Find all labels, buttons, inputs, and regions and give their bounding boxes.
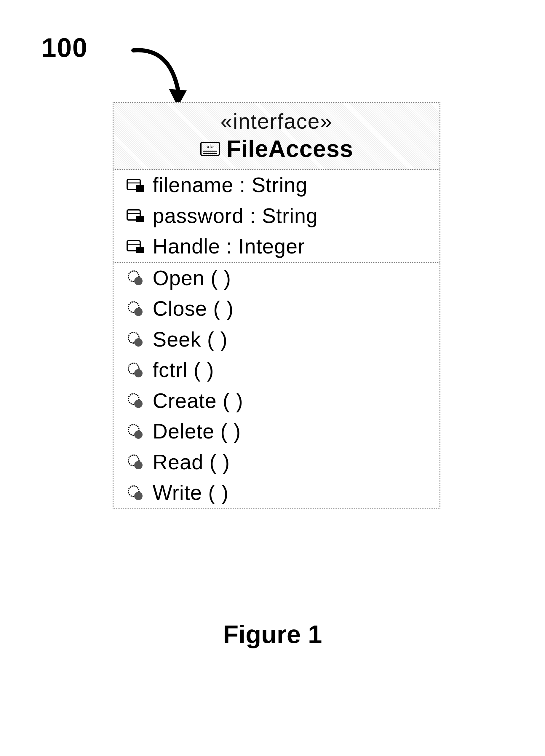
svg-point-15	[134, 277, 143, 285]
uml-operation-row: Close ( )	[114, 294, 439, 324]
uml-operation-text: Write ( )	[153, 480, 229, 506]
svg-text:«I»: «I»	[206, 143, 214, 149]
uml-attribute-row: Handle : Integer	[114, 231, 439, 262]
uml-stereotype: «interface»	[117, 109, 436, 133]
uml-operation-text: Close ( )	[153, 296, 234, 322]
uml-operation-text: Delete ( )	[153, 419, 241, 445]
uml-operations-compartment: Open ( ) Close ( ) Seek ( ) fctrl ( )	[114, 263, 439, 508]
operation-icon	[125, 392, 146, 410]
svg-rect-13	[136, 247, 144, 253]
svg-point-23	[134, 400, 143, 408]
uml-operation-row: Write ( )	[114, 478, 439, 508]
operation-icon	[125, 453, 146, 471]
attribute-icon	[125, 238, 146, 256]
svg-point-27	[134, 461, 143, 469]
uml-operation-row: fctrl ( )	[114, 355, 439, 386]
uml-operation-row: Read ( )	[114, 447, 439, 478]
uml-title-row: «I» FileAccess	[117, 135, 436, 162]
svg-point-19	[134, 338, 143, 347]
uml-operation-text: Create ( )	[153, 388, 243, 414]
uml-attribute-text: Handle : Integer	[153, 234, 305, 260]
operation-icon	[125, 269, 146, 287]
reference-number: 100	[42, 33, 88, 63]
reference-callout: 100	[42, 33, 88, 63]
uml-operation-row: Delete ( )	[114, 416, 439, 447]
uml-attributes-compartment: filename : String password : String	[114, 170, 439, 263]
uml-operation-row: Seek ( )	[114, 324, 439, 355]
uml-attribute-row: filename : String	[114, 170, 439, 201]
svg-point-25	[134, 430, 143, 439]
uml-operation-text: Read ( )	[153, 449, 230, 476]
svg-rect-10	[136, 216, 144, 222]
operation-icon	[125, 423, 146, 441]
uml-operation-row: Open ( )	[114, 263, 439, 294]
uml-operation-text: Open ( )	[153, 265, 231, 291]
operation-icon	[125, 331, 146, 348]
operation-icon	[125, 361, 146, 379]
uml-attribute-text: password : String	[153, 203, 318, 229]
svg-point-17	[134, 308, 143, 316]
patent-figure-page: 100 «interface» «I» FileAccess	[0, 0, 545, 756]
operation-icon	[125, 300, 146, 318]
figure-caption: Figure 1	[0, 620, 545, 649]
uml-operation-text: fctrl ( )	[153, 357, 214, 383]
attribute-icon	[125, 207, 146, 225]
interface-icon: «I»	[200, 141, 221, 157]
uml-attribute-row: password : String	[114, 201, 439, 232]
uml-header: «interface» «I» FileAccess	[114, 103, 439, 170]
uml-attribute-text: filename : String	[153, 172, 307, 198]
uml-operation-row: Create ( )	[114, 386, 439, 417]
reference-arrow-icon	[128, 44, 193, 110]
uml-interface-name: FileAccess	[227, 135, 353, 162]
svg-point-21	[134, 369, 143, 377]
svg-rect-7	[136, 185, 144, 192]
uml-interface-box: «interface» «I» FileAccess	[113, 102, 440, 509]
attribute-icon	[125, 176, 146, 194]
operation-icon	[125, 484, 146, 502]
uml-operation-text: Seek ( )	[153, 327, 228, 353]
svg-point-29	[134, 492, 143, 500]
